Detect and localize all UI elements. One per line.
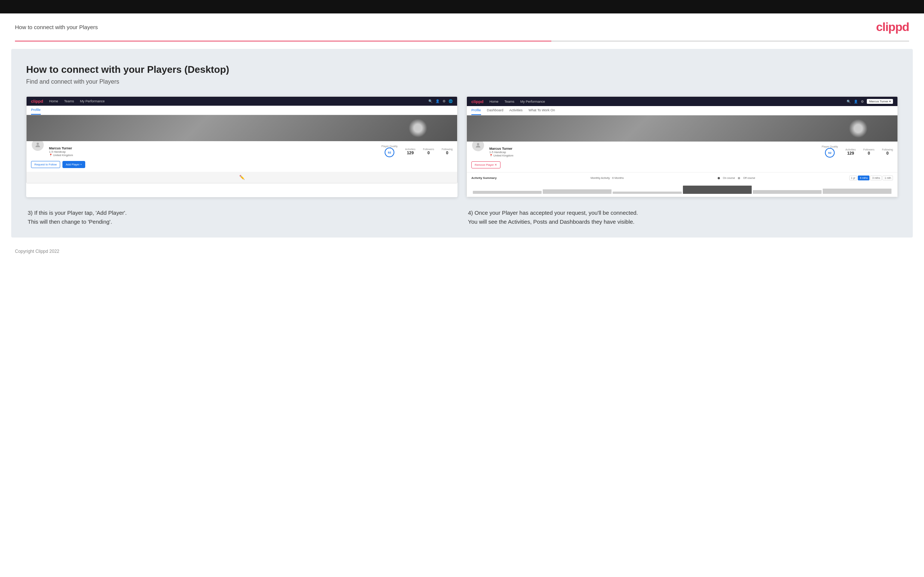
mock-app-2: clippd Home Teams My Performance 🔍 👤 ⚙ M… <box>467 96 898 197</box>
user-icon-2: 👤 <box>854 100 858 103</box>
search-icon-2: 🔍 <box>846 100 851 103</box>
page-header: How to connect with your Players clippd <box>0 13 924 41</box>
period-3mths[interactable]: 3 mths <box>870 176 882 181</box>
mock-stat-quality-1: Player Quality 92 <box>381 145 398 158</box>
mock-stat-quality-2: Player Quality 92 <box>822 145 838 158</box>
page-header-title: How to connect with your Players <box>15 24 98 30</box>
quality-circle-1: 92 <box>384 148 394 157</box>
main-content: How to connect with your Players (Deskto… <box>11 49 913 237</box>
mock-player-name-2: Marcus Turner <box>489 147 817 150</box>
on-course-label: On course <box>723 177 735 179</box>
mock-player-info-1: Marcus Turner 1-5 Handicap 📍 United King… <box>49 145 377 157</box>
mock-nav-home-1: Home <box>49 99 58 103</box>
mock-nav-performance-2: My Performance <box>520 100 545 103</box>
off-course-dot <box>738 177 740 179</box>
user-dropdown-2[interactable]: Marcus Turner ▾ <box>867 99 893 104</box>
mock-nav-performance-1: My Performance <box>80 99 105 103</box>
description-text-1: 3) If this is your Player tap, 'Add Play… <box>27 208 456 226</box>
mock-player-location-1: 📍 United Kingdom <box>49 153 377 157</box>
mock-profile-top-2: Marcus Turner 1-5 Handicap 📍 United King… <box>471 145 893 158</box>
bar-1 <box>473 191 542 194</box>
mock-nav-icons-1: 🔍 👤 ⚙ 🌐 <box>428 99 453 103</box>
mock-stat-followers-2: Followers 0 <box>863 148 874 155</box>
globe-icon-1: 🌐 <box>449 99 453 103</box>
mock-player-location-2: 📍 United Kingdom <box>489 154 817 157</box>
bar-4 <box>683 185 752 194</box>
search-icon-1: 🔍 <box>428 99 433 103</box>
bar-2 <box>543 189 612 194</box>
period-1yr[interactable]: 1 yr <box>849 176 858 181</box>
period-1mth[interactable]: 1 mth <box>882 176 893 181</box>
screenshot-2: clippd Home Teams My Performance 🔍 👤 ⚙ M… <box>467 96 898 197</box>
bar-6 <box>823 189 892 194</box>
settings-icon-1: ⚙ <box>443 99 446 103</box>
mock-activity-header: Activity Summary Monthly Activity · 6 Mo… <box>471 176 893 181</box>
mock-profile-top-1: Marcus Turner 1-5 Handicap 📍 United King… <box>31 145 453 158</box>
mock-nav-1: clippd Home Teams My Performance 🔍 👤 ⚙ 🌐 <box>27 97 457 106</box>
main-subtitle: Find and connect with your Players <box>26 79 898 85</box>
mock-stat-followers-1: Followers 0 <box>423 148 434 155</box>
mock-stat-activities-1: Activities 129 <box>405 148 416 155</box>
description-text-2: 4) Once your Player has accepted your re… <box>468 208 897 226</box>
mock-nav-2: clippd Home Teams My Performance 🔍 👤 ⚙ M… <box>467 97 897 106</box>
tab-profile-2[interactable]: Profile <box>471 106 481 115</box>
user-icon-1: 👤 <box>435 99 439 103</box>
tab-what-to-work-on-2[interactable]: What To Work On <box>528 106 555 115</box>
mock-hero-1 <box>27 115 457 141</box>
mock-player-info-2: Marcus Turner 1-5 Handicap 📍 United King… <box>489 145 817 157</box>
descriptions-row: 3) If this is your Player tap, 'Add Play… <box>26 208 898 226</box>
tab-activities-2[interactable]: Activities <box>509 106 523 115</box>
mock-stats-2: Player Quality 92 Activities 129 Followe <box>822 145 893 158</box>
tab-dashboard-2[interactable]: Dashboard <box>487 106 504 115</box>
mock-activity-section: Activity Summary Monthly Activity · 6 Mo… <box>467 172 897 197</box>
mock-buttons-2: Remove Player ✕ <box>471 161 893 168</box>
svg-point-1 <box>477 143 479 145</box>
mock-stat-activities-2: Activities 129 <box>845 148 856 155</box>
top-bar <box>0 0 924 13</box>
mock-player-name-1: Marcus Turner <box>49 147 377 150</box>
mock-nav-teams-1: Teams <box>64 99 74 103</box>
period-buttons: 1 yr 6 mths 3 mths 1 mth <box>849 176 893 181</box>
period-6mths[interactable]: 6 mths <box>858 176 869 181</box>
mock-logo-1: clippd <box>31 99 43 103</box>
mock-nav-teams-2: Teams <box>504 100 514 103</box>
request-follow-button[interactable]: Request to Follow <box>31 161 60 168</box>
mock-hero-2 <box>467 115 897 142</box>
svg-point-0 <box>37 143 39 145</box>
quality-circle-2: 92 <box>825 148 835 158</box>
remove-player-button[interactable]: Remove Player ✕ <box>471 161 501 168</box>
mock-buttons-1: Request to Follow Add Player + <box>31 161 453 168</box>
add-player-button[interactable]: Add Player + <box>62 161 85 168</box>
on-course-dot <box>718 177 720 179</box>
mock-profile-1: Marcus Turner 1-5 Handicap 📍 United King… <box>27 141 457 172</box>
mock-logo-2: clippd <box>471 99 483 104</box>
tab-profile-1[interactable]: Profile <box>31 106 41 114</box>
mock-stat-following-1: Following 0 <box>441 148 453 155</box>
mock-nav-home-2: Home <box>489 100 498 103</box>
main-title: How to connect with your Players (Deskto… <box>26 64 898 76</box>
mock-tabs-1: Profile <box>27 106 457 115</box>
mock-app-1: clippd Home Teams My Performance 🔍 👤 ⚙ 🌐… <box>26 96 457 184</box>
description-1: 3) If this is your Player tap, 'Add Play… <box>26 208 457 226</box>
description-2: 4) Once your Player has accepted your re… <box>467 208 898 226</box>
mock-player-handicap-2: 1-5 Handicap <box>489 150 817 154</box>
activity-legend: On course Off course <box>718 177 755 179</box>
copyright: Copyright Clippd 2022 <box>15 249 60 254</box>
mock-chart <box>471 183 893 194</box>
header-divider <box>15 41 909 42</box>
mock-bottom-1: ✏️ <box>27 172 457 183</box>
activity-title: Activity Summary <box>471 176 497 180</box>
screenshots-row: clippd Home Teams My Performance 🔍 👤 ⚙ 🌐… <box>26 96 898 197</box>
edit-icon-1: ✏️ <box>239 175 245 180</box>
mock-tabs-2: Profile Dashboard Activities What To Wor… <box>467 106 897 115</box>
mock-profile-2: Marcus Turner 1-5 Handicap 📍 United King… <box>467 142 897 172</box>
bar-3 <box>613 192 682 194</box>
page-footer: Copyright Clippd 2022 <box>0 245 924 258</box>
screenshot-1: clippd Home Teams My Performance 🔍 👤 ⚙ 🌐… <box>26 96 457 197</box>
mock-nav-extra-2: 🔍 👤 ⚙ Marcus Turner ▾ <box>846 99 893 104</box>
bar-5 <box>753 190 822 194</box>
mock-player-handicap-1: 1-5 Handicap <box>49 150 377 153</box>
activity-period: Monthly Activity · 6 Months <box>591 176 624 180</box>
settings-icon-2: ⚙ <box>861 100 864 103</box>
mock-stats-1: Player Quality 92 Activities 129 Followe <box>381 145 453 158</box>
